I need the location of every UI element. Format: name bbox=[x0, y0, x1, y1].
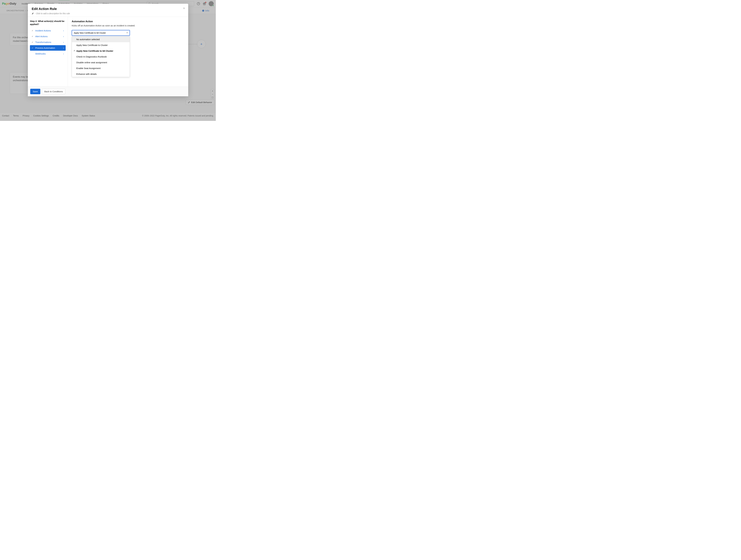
panel-heading: Automation Action bbox=[72, 20, 184, 23]
step-heading: Step 2: What action(s) should be applied… bbox=[30, 19, 66, 26]
step-incident-actions[interactable]: ✓Incident Actions› bbox=[30, 28, 66, 33]
option[interactable]: Disable online seat assignment bbox=[72, 60, 130, 65]
chevron-right-icon: › bbox=[63, 47, 64, 49]
step-alert-actions[interactable]: ✓Alert Actions› bbox=[30, 33, 66, 39]
back-button[interactable]: Back to Conditions bbox=[42, 89, 65, 94]
close-icon[interactable]: × bbox=[183, 6, 185, 10]
option[interactable]: Check In Diagnostics Runbook bbox=[72, 54, 130, 60]
check-icon: ✓ bbox=[32, 29, 34, 32]
option[interactable]: No automation selected bbox=[72, 37, 130, 42]
pencil-icon bbox=[32, 12, 34, 14]
save-button[interactable]: Save bbox=[30, 89, 40, 94]
description-field[interactable]: Click to add a description for this rule bbox=[32, 12, 184, 15]
automation-combobox[interactable]: Apply New Certificate to k8 Cluster No a… bbox=[72, 30, 130, 36]
option[interactable]: Apply New Certificate to Cluster bbox=[72, 42, 130, 48]
check-icon: ✓ bbox=[32, 47, 34, 49]
step-label: Process Automation bbox=[35, 47, 55, 49]
step-label: Transformations bbox=[35, 41, 51, 44]
step-label: Alert Actions bbox=[35, 35, 48, 38]
chevron-right-icon: › bbox=[63, 53, 64, 55]
modal-title: Edit Action Rule bbox=[32, 7, 184, 11]
check-icon: ✓ bbox=[32, 41, 34, 43]
check-icon: ✓ bbox=[32, 36, 34, 38]
chevron-up-icon bbox=[126, 31, 128, 34]
option[interactable]: Enable Seat Assignment bbox=[72, 65, 130, 71]
edit-action-modal: Edit Action Rule Click to add a descript… bbox=[28, 4, 188, 96]
step-process-automation[interactable]: ✓Process Automation› bbox=[30, 45, 66, 51]
action-panel: Automation Action Kicks off an Automatio… bbox=[68, 17, 188, 86]
combobox-value[interactable]: Apply New Certificate to k8 Cluster bbox=[72, 30, 130, 36]
step-label: Webhooks bbox=[35, 53, 46, 55]
option[interactable]: Apply New Certificate to k8 Cluster bbox=[72, 48, 130, 54]
step-transformations[interactable]: ✓Transformations› bbox=[30, 40, 66, 45]
steps-sidebar: Step 2: What action(s) should be applied… bbox=[28, 17, 68, 86]
description-placeholder: Click to add a description for this rule bbox=[36, 12, 70, 15]
step-label: Incident Actions bbox=[35, 29, 51, 32]
chevron-right-icon: › bbox=[63, 29, 64, 32]
chevron-right-icon: › bbox=[63, 41, 64, 44]
combobox-dropdown: No automation selectedApply New Certific… bbox=[72, 36, 130, 77]
step-webhooks[interactable]: Webhooks› bbox=[30, 51, 66, 57]
chevron-right-icon: › bbox=[63, 35, 64, 38]
option[interactable]: Enhance with details bbox=[72, 71, 130, 77]
panel-subtext: Kicks off an Automation Action as soon a… bbox=[72, 24, 184, 27]
